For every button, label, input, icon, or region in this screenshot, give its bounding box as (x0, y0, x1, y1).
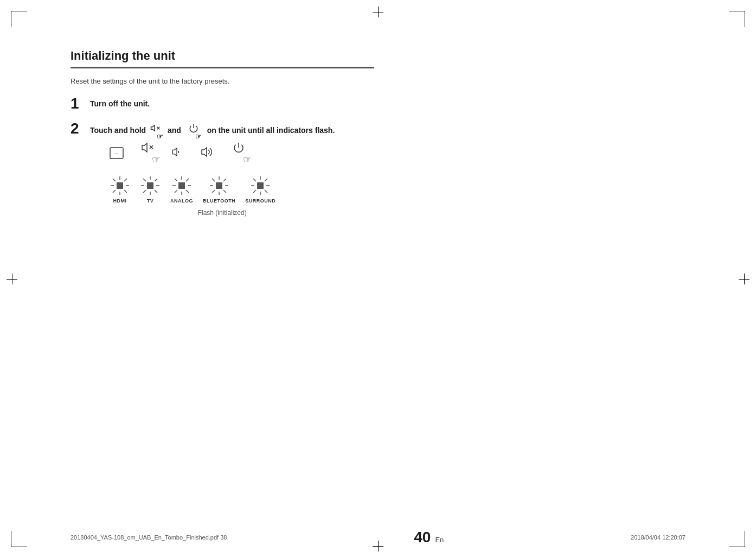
surround-label: SURROUND (245, 198, 276, 204)
diagram-area: → ☞ (110, 142, 335, 217)
page-number-area: 40 En (414, 529, 444, 546)
indicator-bluetooth: BLUETOOTH (203, 175, 235, 204)
svg-marker-9 (172, 148, 177, 156)
section-title: Initializing the unit (71, 49, 374, 68)
cross-left (7, 274, 17, 284)
page-number: 40 (414, 529, 431, 546)
mute-icon-diag: ☞ (141, 142, 154, 156)
power-hand: ☞ (242, 153, 253, 166)
svg-line-54 (265, 179, 267, 181)
svg-marker-0 (151, 125, 155, 131)
svg-line-44 (223, 190, 226, 193)
page-footer: 20180404_YAS-108_om_UAB_En_Tombo_Finishe… (0, 529, 756, 546)
analog-label: ANALOG (170, 198, 193, 204)
page-lang: En (435, 536, 444, 544)
svg-line-17 (124, 190, 127, 193)
indicator-tv: TV (140, 175, 161, 204)
cross-top (373, 7, 383, 17)
svg-line-35 (186, 190, 189, 193)
svg-line-18 (124, 179, 127, 181)
svg-line-36 (186, 179, 189, 181)
svg-line-27 (155, 179, 157, 181)
mute-hand: ☞ (151, 153, 162, 166)
svg-rect-38 (178, 182, 185, 189)
svg-line-25 (143, 179, 146, 181)
svg-line-19 (113, 190, 116, 193)
step-2: 2 Touch and hold ☞ and (71, 123, 374, 217)
svg-line-53 (265, 190, 267, 193)
crop-mark-tr (729, 11, 745, 27)
svg-rect-47 (216, 182, 222, 189)
indicator-analog: ANALOG (170, 175, 193, 204)
input-icon: → (110, 147, 124, 159)
step-1-number: 1 (71, 96, 90, 111)
svg-rect-20 (117, 182, 123, 189)
crop-mark-tl (11, 11, 27, 27)
svg-marker-6 (142, 143, 147, 152)
svg-line-28 (143, 190, 146, 193)
svg-text:→: → (113, 150, 119, 156)
icons-row: → ☞ (110, 142, 335, 164)
power-touch-hand: ☞ (195, 131, 202, 142)
step-2-suffix: on the unit until all indicators flash. (207, 126, 335, 135)
indicator-hdmi: HDMI (110, 175, 130, 204)
indicator-row: HDMI (110, 175, 335, 204)
svg-line-55 (253, 190, 256, 193)
and-text: and (168, 126, 181, 135)
step-1-text: Turn off the unit. (90, 98, 150, 110)
footer-right: 2018/04/04 12:20:07 (631, 534, 685, 541)
svg-line-34 (175, 179, 177, 181)
main-content: Initializing the unit Reset the settings… (71, 49, 374, 229)
svg-line-37 (175, 190, 177, 193)
svg-line-45 (223, 179, 226, 181)
tv-label: TV (147, 198, 154, 204)
svg-line-52 (253, 179, 256, 181)
subtitle: Reset the settings of the unit to the fa… (71, 77, 374, 85)
svg-line-26 (155, 190, 157, 193)
svg-rect-29 (147, 182, 153, 189)
svg-rect-56 (257, 182, 264, 189)
hdmi-label: HDMI (113, 198, 127, 204)
cross-right (739, 274, 749, 284)
vol-high-icon (201, 146, 215, 160)
flash-caption: Flash (initialized) (110, 209, 335, 217)
bluetooth-label: BLUETOOTH (203, 198, 235, 204)
vol-low-icon (171, 146, 183, 160)
step-1: 1 Turn off the unit. (71, 98, 374, 111)
svg-marker-10 (202, 148, 207, 156)
mute-touch-hand: ☞ (157, 131, 163, 142)
svg-line-46 (212, 190, 215, 193)
svg-line-43 (212, 179, 215, 181)
power-icon-diag: ☞ (232, 142, 245, 156)
step-2-text: Touch and hold ☞ and (90, 123, 335, 136)
step-2-number: 2 (71, 121, 90, 136)
footer-left: 20180404_YAS-108_om_UAB_En_Tombo_Finishe… (71, 534, 227, 541)
svg-line-16 (113, 179, 116, 181)
indicator-surround: SURROUND (245, 175, 276, 204)
